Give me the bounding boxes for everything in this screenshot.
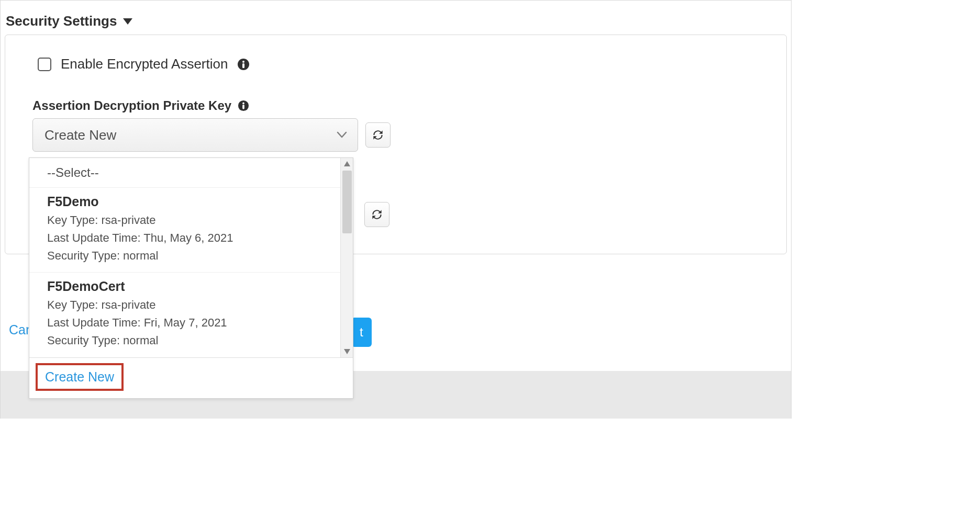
svg-point-2: [242, 61, 244, 63]
section-header[interactable]: Security Settings: [1, 1, 791, 35]
section-title: Security Settings: [6, 13, 117, 29]
refresh-button[interactable]: [365, 122, 391, 148]
option-security-type: Security Type: normal: [47, 332, 322, 350]
info-icon[interactable]: [238, 100, 249, 111]
option-title: F5DemoCert: [47, 279, 322, 294]
caret-down-icon: [123, 18, 132, 25]
enable-encrypted-assertion-row: Enable Encrypted Assertion: [32, 56, 759, 72]
scroll-down-icon[interactable]: [341, 346, 353, 357]
scrollbar[interactable]: [340, 158, 353, 357]
select-row: Create New: [32, 118, 759, 152]
option-key-type: Key Type: rsa-private: [47, 296, 322, 314]
scroll-up-icon[interactable]: [341, 158, 353, 170]
refresh-button[interactable]: [364, 202, 389, 227]
dropdown-placeholder-option[interactable]: --Select--: [29, 158, 340, 188]
selected-value: Create New: [44, 127, 116, 143]
enable-encrypted-assertion-label: Enable Encrypted Assertion: [61, 56, 228, 72]
dropdown-action-row: Create New: [29, 357, 353, 398]
dropdown-option-f5demo[interactable]: F5Demo Key Type: rsa-private Last Update…: [29, 188, 340, 273]
svg-point-5: [242, 103, 244, 105]
svg-rect-6: [242, 105, 244, 109]
save-next-button[interactable]: t: [351, 318, 372, 347]
svg-marker-8: [344, 349, 350, 354]
svg-rect-3: [242, 63, 244, 68]
dropdown-scroll[interactable]: --Select-- F5Demo Key Type: rsa-private …: [29, 158, 353, 357]
assertion-key-select[interactable]: Create New: [32, 118, 358, 152]
option-last-update: Last Update Time: Thu, May 6, 2021: [47, 229, 322, 247]
assertion-key-dropdown: --Select-- F5Demo Key Type: rsa-private …: [29, 157, 353, 399]
info-icon[interactable]: [237, 58, 250, 71]
dropdown-option-f5democert[interactable]: F5DemoCert Key Type: rsa-private Last Up…: [29, 273, 340, 357]
svg-marker-0: [123, 18, 132, 25]
assertion-decryption-key-label: Assertion Decryption Private Key: [32, 98, 759, 113]
page-container: Security Settings Enable Encrypted Asser…: [0, 0, 792, 419]
create-new-option[interactable]: Create New: [36, 363, 124, 391]
option-security-type: Security Type: normal: [47, 247, 322, 265]
option-key-type: Key Type: rsa-private: [47, 211, 322, 229]
scrollbar-thumb[interactable]: [342, 171, 352, 233]
option-title: F5Demo: [47, 194, 322, 209]
field-label-text: Assertion Decryption Private Key: [32, 98, 231, 113]
enable-encrypted-assertion-checkbox[interactable]: [38, 58, 51, 71]
svg-marker-7: [344, 161, 350, 166]
chevron-down-icon: [337, 131, 347, 139]
option-last-update: Last Update Time: Fri, May 7, 2021: [47, 314, 322, 332]
